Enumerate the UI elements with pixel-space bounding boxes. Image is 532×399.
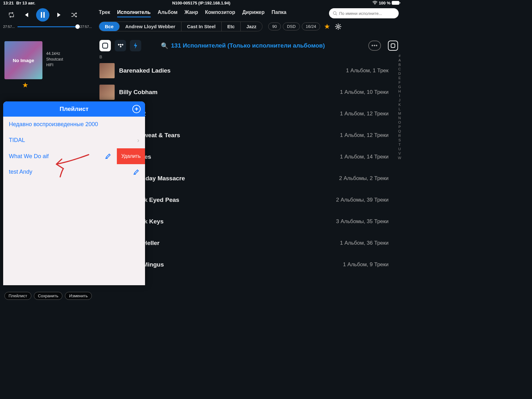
filter-tab[interactable]: Все	[99, 22, 120, 31]
filter-tab[interactable]: Jazz	[241, 22, 262, 31]
nav-tab-Композитор[interactable]: Композитор	[205, 10, 235, 17]
nav-tab-Жанр[interactable]: Жанр	[185, 10, 198, 17]
nav-tab-Альбом[interactable]: Альбом	[158, 10, 178, 17]
search-box[interactable]	[329, 8, 399, 18]
alpha-letter[interactable]: O	[398, 120, 401, 124]
status-left: 13:21 Вт 13 авг.	[3, 1, 35, 5]
shuffle-icon[interactable]	[70, 10, 79, 19]
bottom-button[interactable]: Изменить	[65, 292, 92, 300]
repeat-icon[interactable]	[7, 10, 16, 19]
section-letter: B	[95, 54, 402, 60]
artist-meta: 1 Альбом, 12 Треки	[340, 132, 389, 138]
alpha-letter[interactable]: Q	[398, 129, 401, 133]
wifi-icon	[372, 1, 377, 5]
filter-tab[interactable]: Cast In Steel	[181, 22, 222, 31]
artist-meta: 1 Альбом, 9 Треки	[343, 261, 389, 268]
filter-tab[interactable]: Etc	[222, 22, 241, 31]
settings-icon[interactable]	[335, 23, 342, 30]
alpha-letter[interactable]: T	[398, 143, 401, 146]
alpha-letter[interactable]: P	[398, 125, 401, 129]
source-lightning-icon[interactable]	[130, 40, 141, 51]
progress-slider[interactable]	[17, 26, 78, 27]
alpha-letter[interactable]: J	[398, 98, 401, 102]
artist-meta: 1 Альбом, 36 Треки	[340, 240, 389, 246]
svg-rect-1	[41, 12, 42, 18]
artist-meta: 3 Альбомы, 35 Треки	[336, 218, 389, 225]
alpha-letter[interactable]: I	[398, 94, 401, 98]
alpha-letter[interactable]: S	[398, 138, 401, 142]
alpha-letter[interactable]: H	[398, 89, 401, 93]
playlist-item[interactable]: Недавно воспроизведенные 2000	[3, 117, 145, 132]
alpha-letter[interactable]: F	[398, 80, 401, 84]
more-button[interactable]: •••	[368, 41, 381, 51]
alpha-letter[interactable]: R	[398, 134, 401, 138]
alpha-letter[interactable]: A	[398, 58, 401, 62]
svg-point-0	[375, 4, 375, 4]
alpha-letter[interactable]: W	[398, 156, 401, 160]
alpha-letter[interactable]: C	[398, 67, 401, 71]
panel-header: Плейлист +	[3, 101, 145, 117]
artist-row[interactable]: Barenaked Ladies 1 Альбом, 1 Трек	[95, 60, 402, 81]
nav-tab-Трек[interactable]: Трек	[99, 10, 110, 17]
playlist-item[interactable]: What We Do aif	[3, 148, 117, 164]
playlist-item-label: TIDAL	[9, 137, 25, 144]
status-time: 13:21	[3, 1, 14, 5]
battery-icon	[392, 1, 399, 5]
status-date: Вт 13 авг.	[16, 1, 35, 5]
artist-name: The Birthday Massacre	[119, 175, 335, 182]
nav-tab-Исполнитель[interactable]: Исполнитель	[117, 10, 151, 17]
alpha-index[interactable]: #ABCDEFGHIJKLMNOPQRSTUVW	[398, 54, 401, 160]
alpha-letter[interactable]: M	[398, 112, 401, 115]
svg-point-3	[333, 12, 336, 15]
artist-meta: 1 Альбом, 1 Трек	[346, 68, 389, 74]
alpha-letter[interactable]: G	[398, 85, 401, 89]
filter-pill[interactable]: 90	[268, 23, 281, 30]
nav-tab-Дирижер[interactable]: Дирижер	[242, 10, 265, 17]
previous-icon[interactable]	[22, 10, 30, 19]
add-playlist-button[interactable]: +	[132, 105, 141, 113]
source-label: Shoutcast	[46, 56, 63, 62]
nav-tabs: ТрекИсполнительАльбомЖанрКомпозиторДириж…	[99, 10, 287, 17]
alpha-letter[interactable]: N	[398, 116, 401, 120]
edit-icon[interactable]	[133, 169, 139, 175]
pause-button[interactable]	[36, 8, 49, 22]
alpha-letter[interactable]: #	[398, 54, 401, 58]
filter-pill[interactable]: 16/24	[302, 23, 320, 30]
alpha-letter[interactable]: V	[398, 151, 401, 155]
alpha-letter[interactable]: U	[398, 147, 401, 151]
source-local-icon[interactable]	[99, 40, 111, 51]
artist-row[interactable]: Billy Cobham 1 Альбом, 10 Треки	[95, 81, 402, 103]
edit-icon[interactable]	[105, 153, 111, 159]
quality-label: HIFI	[46, 62, 63, 68]
nav-tab-Папка[interactable]: Папка	[272, 10, 287, 17]
bottom-buttons: ПлейлистСохранитьИзменить	[4, 292, 92, 300]
svg-rect-6	[103, 43, 108, 48]
filter-pill[interactable]: DSD	[283, 23, 300, 30]
bottom-button[interactable]: Сохранить	[34, 292, 63, 300]
alpha-letter[interactable]: K	[398, 103, 401, 106]
playlist-item[interactable]: TIDAL›	[3, 132, 145, 148]
playlist-item[interactable]: test Andy	[3, 164, 145, 180]
alpha-letter[interactable]: D	[398, 72, 401, 75]
svg-point-5	[337, 26, 339, 28]
alpha-letter[interactable]: E	[398, 76, 401, 80]
favorites-icon[interactable]: ★	[324, 23, 330, 31]
panel-title: Плейлист	[60, 106, 88, 113]
delete-button[interactable]: Удалить	[117, 148, 145, 164]
search-input[interactable]	[339, 11, 395, 16]
album-art[interactable]: No Image	[4, 41, 42, 79]
alpha-letter[interactable]: L	[398, 107, 401, 111]
source-tidal-icon[interactable]	[115, 40, 126, 51]
bottom-button[interactable]: Плейлист	[4, 292, 31, 300]
artist-meta: 2 Альбомы, 2 Треки	[339, 175, 389, 182]
magnifier-icon[interactable]: 🔍	[161, 42, 168, 49]
svg-rect-2	[43, 12, 45, 18]
next-icon[interactable]	[55, 10, 64, 19]
playlist-item-label: test Andy	[9, 169, 32, 175]
alpha-letter[interactable]: B	[398, 63, 401, 67]
section-title-text: 131 Исполнителей (Только исполнители аль…	[171, 42, 325, 49]
filter-tab[interactable]: Andrew Lloyd Webber	[120, 22, 181, 31]
now-playing-star-icon[interactable]: ★	[22, 81, 28, 89]
playlist-item-label: Недавно воспроизведенные 2000	[9, 121, 98, 128]
view-toggle-icon[interactable]	[388, 41, 398, 51]
